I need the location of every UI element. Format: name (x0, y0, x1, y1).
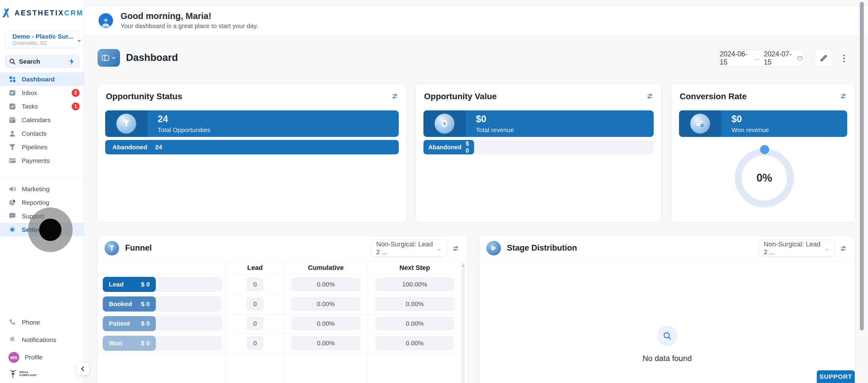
user-avatar (98, 12, 114, 29)
sidebar-item-pipelines[interactable]: Pipelines (0, 140, 84, 154)
sidebar-item-phone[interactable]: Phone (0, 314, 84, 331)
lead-count-chip: 0 (247, 297, 264, 311)
more-options-button[interactable] (838, 53, 849, 64)
won-revenue-banner: $0 Won revenue (679, 110, 847, 137)
card-settings-icon[interactable] (452, 244, 460, 253)
sidebar-item-contacts[interactable]: Contacts (0, 127, 84, 140)
chevron-down-icon: ⌄ (76, 36, 82, 43)
app-logo: AESTHETIXCRM (0, 7, 84, 19)
next-step-chip: 0.00% (375, 297, 454, 311)
funnel-title: Funnel (125, 243, 152, 253)
dollar-badge-icon: $ (435, 114, 455, 134)
lead-count-chip: 0 (247, 336, 264, 350)
arrow-right-icon: → (753, 54, 760, 62)
sidebar-divider (0, 177, 84, 177)
caduceus-icon (8, 369, 18, 379)
cumulative-chip: 0.00% (291, 297, 361, 311)
dashboard-toolbar: Dashboard 2024-06-15 → 2024-07-15 (84, 49, 868, 68)
sidebar-item-marketing[interactable]: Marketing (0, 182, 84, 196)
chevron-left-icon (80, 366, 86, 372)
sidebar-collapse-button[interactable] (76, 362, 89, 375)
stage-pill-lead[interactable]: Lead$ 0 (103, 277, 156, 292)
calendar-icon (797, 55, 803, 61)
won-revenue-label: Won revenue (732, 126, 769, 134)
brand-mark-icon (1, 7, 12, 19)
column-header-lead: Lead (226, 261, 284, 275)
support-button[interactable]: SUPPORT (817, 370, 855, 383)
table-scrollbar[interactable]: ▲ (461, 262, 465, 383)
pencil-icon (820, 54, 828, 62)
search-icon (9, 58, 16, 65)
marketing-speaker-icon (8, 185, 16, 193)
sidebar-item-support[interactable]: Support (0, 209, 84, 223)
date-start: 2024-06-15 (720, 50, 749, 66)
stage-distribution-filter-select[interactable]: Non-Surgical: Lead 2 ...⌄ (758, 240, 835, 257)
main-content: Good morning, Maria! Your dashboard is a… (84, 0, 868, 383)
sidebar-item-notifications[interactable]: Notifications (0, 331, 84, 349)
inbox-badge: 2 (72, 89, 80, 97)
dollar-icon: $ (440, 119, 449, 128)
bell-icon (8, 336, 16, 344)
next-step-chip: 0.00% (375, 336, 454, 350)
stage-distribution-icon (487, 241, 501, 256)
next-step-chip: 100.00% (375, 277, 454, 291)
abandoned-value-bar: Abandoned $ 0 (424, 140, 474, 154)
scroll-up-arrow-icon[interactable]: ▲ (461, 263, 465, 267)
window-scrollbar[interactable] (860, 2, 864, 330)
gauge-marker-dot (760, 145, 769, 154)
sidebar-item-dashboard[interactable]: Dashboard (0, 72, 84, 86)
person-icon (100, 16, 112, 28)
edit-dashboard-button[interactable] (815, 50, 832, 67)
card-settings-icon[interactable] (391, 92, 399, 100)
sidebar-item-reporting[interactable]: Reporting (0, 196, 84, 209)
funnel-filter-select[interactable]: Non-Surgical: Lead 2 ...⌄ (371, 240, 447, 257)
won-revenue-value: $0 (732, 114, 769, 124)
profile-avatar: MS (8, 352, 19, 363)
contacts-icon (8, 130, 16, 138)
chevron-down-icon (111, 56, 116, 60)
sidebar-item-profile[interactable]: MS Profile (0, 349, 84, 366)
organization-selector[interactable]: Demo - Plastic Sur... Greenville, SC ⌄ (5, 31, 79, 48)
column-header-cumulative: Cumulative (284, 261, 367, 275)
abandoned-status-bar: Abandoned 24 (105, 140, 399, 154)
card-settings-icon[interactable] (839, 244, 847, 253)
empty-state: No data found (479, 326, 855, 363)
sidebar-nav-bottom: Phone Notifications MS Profile (0, 314, 84, 366)
funnel-badge-icon (116, 114, 136, 134)
greeting-subtitle: Your dashboard is a great place to start… (121, 22, 258, 30)
stage-pill-won[interactable]: Won$ 0 (103, 336, 156, 351)
date-range-picker[interactable]: 2024-06-15 → 2024-07-15 (719, 50, 803, 66)
sidebar-item-calendars[interactable]: Calendars (0, 113, 84, 127)
lead-count-chip: 0 (247, 317, 264, 330)
stage-distribution-header: Stage Distribution Non-Surgical: Lead 2 … (479, 236, 855, 261)
card-settings-icon[interactable] (646, 92, 654, 100)
quick-actions-bolt-icon (68, 58, 76, 65)
dashboard-layout-button[interactable] (98, 49, 120, 67)
tasks-icon (8, 102, 16, 110)
search-input[interactable]: Search (5, 55, 80, 68)
cumulative-chip: 0.00% (291, 336, 361, 350)
conversion-rate-percent: 0% (756, 172, 772, 184)
cumulative-chip: 0.00% (291, 277, 361, 291)
toolbar-divider (811, 51, 811, 65)
settings-icon (8, 226, 16, 234)
bar-chart-icon (490, 244, 497, 252)
greeting-title: Good morning, Maria! (121, 11, 258, 21)
stage-pill-patient[interactable]: Patient$ 0 (103, 316, 156, 331)
date-end: 2024-07-15 (764, 50, 794, 66)
total-opportunities-label: Total Opportunities (158, 126, 210, 134)
sidebar-item-payments[interactable]: Payments (0, 154, 84, 167)
conversion-rate-gauge: 0% (735, 148, 794, 207)
funnel-card: Funnel Non-Surgical: Lead 2 ...⌄ Lead Cu… (97, 235, 468, 383)
column-header-next-step: Next Step (367, 261, 462, 275)
organization-location: Greenville, SC (12, 40, 73, 47)
total-revenue-value: $0 (476, 114, 514, 124)
sidebar-item-inbox[interactable]: Inbox 2 (0, 86, 84, 99)
table-column-divider (284, 261, 284, 383)
chevron-down-icon: ⌄ (824, 244, 830, 252)
sidebar-item-tasks[interactable]: Tasks 1 (0, 99, 84, 113)
stage-pill-booked[interactable]: Booked$ 0 (103, 296, 156, 312)
table-column-divider (367, 261, 368, 383)
sidebar-item-settings[interactable]: Settings (0, 223, 84, 236)
card-settings-icon[interactable] (839, 92, 847, 100)
